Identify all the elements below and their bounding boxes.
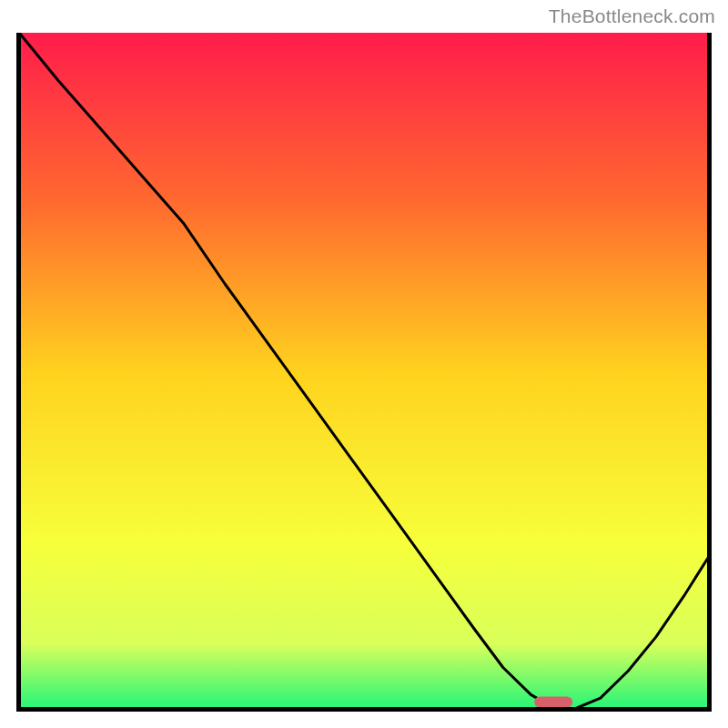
chart-frame — [16, 33, 712, 712]
watermark-text: TheBottleneck.com — [549, 5, 715, 27]
